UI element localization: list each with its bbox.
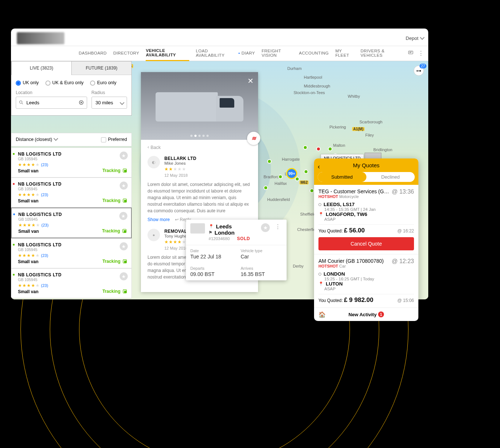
quoted-time: @ 15:06 xyxy=(397,298,414,303)
nav-load-availability[interactable]: LOAD AVAILABILITY xyxy=(196,49,232,57)
depot-selector[interactable]: Depot xyxy=(406,36,424,41)
radio-uk-euro[interactable]: UK & Euro only xyxy=(45,80,83,86)
radius-label: Radius xyxy=(92,90,127,95)
nav-freight-vision[interactable]: FREIGHT VISION xyxy=(262,49,292,57)
map-city-label: Stockton-on-Tees xyxy=(294,90,325,95)
seg-declined[interactable]: Declined xyxy=(366,172,415,182)
result-card[interactable]: ★ NB LOGISTICS LTD GB 105945 ★★★★★(23) S… xyxy=(11,178,132,208)
chevron-down-icon xyxy=(54,137,57,142)
origin-meta: 14:35 - 15:35 GMT | 24 Jan xyxy=(324,207,414,212)
result-card[interactable]: ★ NB LOGISTICS LTD GB 105945 ★★★★★(23) S… xyxy=(11,208,132,238)
destination-pin-icon: 📍 xyxy=(318,212,324,217)
nav-directory[interactable]: DIRECTORY xyxy=(113,51,139,55)
origin: LONDON xyxy=(324,271,345,277)
close-icon[interactable]: ✕ xyxy=(247,76,254,85)
map-city-label: Bridlington xyxy=(373,148,392,152)
company-badge-icon: ≋ xyxy=(247,132,260,145)
mobile-title: My Quotes xyxy=(318,162,415,168)
quoted-amount: £ 56.00 xyxy=(344,227,365,234)
svg-rect-10 xyxy=(124,261,127,263)
location-input[interactable]: Leeds xyxy=(16,97,87,109)
destination-meta: ASAP xyxy=(324,217,414,221)
back-icon[interactable]: ‹ xyxy=(318,163,320,171)
nav-accounting[interactable]: ACCOUNTING xyxy=(299,51,329,55)
radius-select[interactable]: 30 miles xyxy=(92,97,127,109)
sort-select[interactable]: Distance (closest) xyxy=(16,137,57,142)
route-to: ⚑London xyxy=(209,229,257,236)
favorite-icon[interactable]: ★ xyxy=(261,223,270,232)
overflow-icon[interactable]: ⋮ xyxy=(273,223,282,230)
tracking-badge: Tracking xyxy=(102,168,128,173)
rating: ★★★★★(23) xyxy=(16,253,127,258)
route-from: 📍Leeds xyxy=(209,223,257,229)
company-id: GB 105945 xyxy=(16,157,127,161)
rating: ★★★★★(23) xyxy=(16,223,127,228)
arrives-label: Arrives xyxy=(241,266,283,270)
back-button[interactable]: ›Back xyxy=(148,145,251,150)
svg-rect-6 xyxy=(124,200,127,202)
rating: ★★★★★(23) xyxy=(16,162,127,167)
favorite-icon[interactable]: ★ xyxy=(120,182,128,190)
quote-title: TEG - Customer Services (GB 170801... xyxy=(318,188,392,194)
radio-euro-only[interactable]: Euro only xyxy=(90,80,116,86)
nav-diary[interactable]: DIARY xyxy=(238,51,255,55)
cancel-quote-button[interactable]: Cancel Quote xyxy=(318,237,414,250)
result-card[interactable]: ★ NB LOGISTICS LTD GB 105945 ★★★★★(23) S… xyxy=(11,148,132,178)
company-name: NB LOGISTICS LTD xyxy=(16,242,127,247)
preferred-checkbox[interactable]: Preferred xyxy=(101,137,127,142)
mobile-footer[interactable]: 🏠 New Activity 1 xyxy=(314,308,418,321)
origin-dot-icon xyxy=(318,273,321,276)
svg-rect-8 xyxy=(124,230,126,233)
favorite-icon[interactable]: ★ xyxy=(120,152,128,160)
company-name: NB LOGISTICS LTD xyxy=(16,182,127,187)
vehicle-type-value: Car xyxy=(241,254,283,260)
result-card[interactable]: ★ NB LOGISTICS LTD GB 105945 ★★★★★(23) S… xyxy=(11,268,132,298)
pin-icon: 📍 xyxy=(209,224,214,229)
status-dot-icon xyxy=(13,153,15,155)
carousel-dots[interactable] xyxy=(190,135,209,137)
svg-point-1 xyxy=(19,101,22,103)
map-settings-icon[interactable]: ⊶27 xyxy=(414,66,424,76)
svg-rect-0 xyxy=(408,51,413,54)
messages-icon[interactable] xyxy=(408,50,414,56)
map-city-label: Scarborough xyxy=(359,120,383,124)
company-id: GB 105945 xyxy=(16,217,127,221)
map-city-label: Huddersfield xyxy=(267,197,290,202)
vehicle-type-label: Vehicle type xyxy=(241,249,283,253)
chevron-down-icon xyxy=(421,36,424,41)
radio-uk-only[interactable]: UK only xyxy=(16,80,39,86)
tab-live[interactable]: LIVE (3823) xyxy=(11,61,72,75)
arrives-value: 16.35 BST xyxy=(241,271,283,277)
seg-submitted[interactable]: Submitted xyxy=(318,172,366,182)
home-icon[interactable]: 🏠 xyxy=(318,311,326,318)
favorite-icon[interactable]: ★ xyxy=(120,272,128,280)
status-dot-icon xyxy=(13,244,15,246)
departs-value: 09.00 BST xyxy=(190,271,232,277)
company-name: NB LOGISTICS LTD xyxy=(16,152,127,157)
quoted-time: @ 16:22 xyxy=(397,228,414,234)
nav-dashboard[interactable]: DASHBOARD xyxy=(79,51,107,55)
brand-logo xyxy=(17,32,64,44)
tab-future[interactable]: FUTURE (1839) xyxy=(72,61,131,75)
company-id: GB 105945 xyxy=(16,187,127,191)
map-city-label: Sheffield xyxy=(300,212,316,216)
review-item: ◐ BELLARK LTD Mike Jones ★★★★★ 12 May 20… xyxy=(148,156,251,178)
favorite-icon[interactable]: ★ xyxy=(119,212,127,220)
clear-icon[interactable] xyxy=(78,100,84,107)
map-city-label: Halifax xyxy=(275,181,287,186)
show-more-link[interactable]: Show more xyxy=(148,217,170,222)
map-city-label: Middlesbrough xyxy=(304,84,330,88)
status-dot-icon xyxy=(13,213,15,215)
favorite-icon[interactable]: ★ xyxy=(120,242,128,250)
quote-card[interactable]: AM Courier (GB 170800780) HOTSHOT Car @ … xyxy=(314,254,418,308)
date-label: Date xyxy=(190,249,232,253)
status-dot-icon xyxy=(13,274,15,276)
result-card[interactable]: ★ NB LOGISTICS LTD GB 105945 ★★★★★(23) S… xyxy=(11,238,132,268)
overflow-icon[interactable]: ⋮ xyxy=(418,50,424,57)
tracking-badge: Tracking xyxy=(102,198,128,204)
quote-card[interactable]: TEG - Customer Services (GB 170801... HO… xyxy=(314,185,418,254)
nav-vehicle-availability[interactable]: VEHICLE AVAILABILITY xyxy=(146,48,189,61)
nav-my-fleet[interactable]: MY FLEET xyxy=(335,49,354,57)
quoted-label: You Quoted: xyxy=(318,298,343,303)
nav-drivers-vehicles[interactable]: DRIVERS & VEHICLES xyxy=(361,49,401,57)
